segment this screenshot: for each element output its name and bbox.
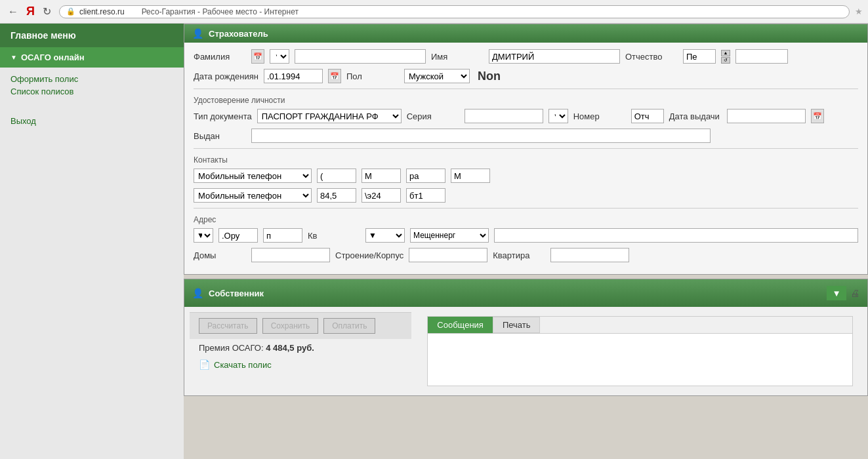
sidebar-links: Оформить полис Список полисов: [0, 68, 184, 103]
bookmark-icon[interactable]: ★: [855, 7, 863, 16]
dob-row: Дата рождениян 📅 Пол Мужской Женский Non: [194, 69, 858, 83]
print-icon-btn[interactable]: 🖨: [850, 283, 859, 303]
browser-chrome: ← Я ↻ 🔒 client.reso.ru Ресо-Гарантия - Р…: [0, 0, 868, 24]
download-link[interactable]: 📄 Скачать полис: [190, 357, 411, 372]
person2-icon: 👤: [192, 288, 203, 298]
document-row: Тип документа ПАСПОРТ ГРАЖДАНИНА РФ Сери…: [194, 109, 858, 123]
sidebar-item-list[interactable]: Список полисов: [10, 87, 173, 96]
save-button[interactable]: Сохранить: [262, 318, 319, 334]
phone2-part3-input[interactable]: [406, 188, 445, 203]
city-select[interactable]: Мещеннерг: [410, 228, 489, 243]
otchestvo-arrows: ▲ ↺: [721, 50, 730, 64]
messages-tab[interactable]: Сообщения: [428, 317, 493, 333]
vydan-label: Выдан: [194, 131, 246, 141]
familiya-select[interactable]: ▼: [270, 49, 289, 64]
pay-button[interactable]: Оплатить: [323, 318, 375, 334]
seriya-select[interactable]: ▼: [548, 109, 568, 123]
sidebar-exit: Выход: [0, 110, 184, 132]
pol-label: Пол: [346, 71, 399, 81]
sidebar: Главное меню ▼ ОСАГО онлайн Оформить пол…: [0, 24, 184, 459]
sobstvennik-section: 👤 Собственник ▼ 🖨 Рассчитать Сохранить О…: [184, 279, 868, 396]
calculate-button[interactable]: Рассчитать: [199, 318, 257, 334]
pdf-icon: 📄: [199, 359, 210, 370]
download-label: Скачать полис: [214, 360, 272, 370]
address-detail-input[interactable]: [494, 228, 858, 243]
address-row2: Домы Строение/Корпус Квартира: [194, 248, 858, 262]
action-buttons: Рассчитать Сохранить Оплатить: [190, 312, 411, 339]
address-street-type-input[interactable]: [218, 228, 258, 243]
phone1-part1-input[interactable]: [362, 169, 401, 183]
tip-label: Тип документа: [194, 111, 252, 121]
phone1-prefix-input[interactable]: [317, 169, 356, 183]
vydan-row: Выдан: [194, 129, 858, 143]
familiya-calendar-btn[interactable]: 📅: [251, 49, 264, 64]
familiya-input[interactable]: [295, 49, 426, 64]
scroll-down-btn[interactable]: ▼: [827, 286, 846, 300]
tip-select[interactable]: ПАСПОРТ ГРАЖДАНИНА РФ: [257, 109, 402, 123]
phone2-row: Мобильный телефон: [194, 188, 858, 203]
phone2-part1-input[interactable]: [317, 188, 356, 203]
phone1-part3-input[interactable]: [451, 169, 490, 183]
name-row: Фамилия 📅 ▼ Имя Отчество ▲ ↺: [194, 49, 858, 64]
exit-link[interactable]: Выход: [10, 116, 36, 126]
sobstvennik-header: 👤 Собственник ▼ 🖨: [184, 279, 867, 307]
kvartira-label: Квартира: [493, 250, 545, 260]
nomer-input[interactable]: [631, 109, 664, 123]
pol-select[interactable]: Мужской Женский: [404, 69, 470, 83]
back-button[interactable]: ←: [5, 5, 21, 19]
otchestvo-down-btn[interactable]: ↺: [721, 57, 730, 64]
vydan-input[interactable]: [251, 129, 711, 143]
strakhovatel-header: 👤 Страхователь: [184, 24, 867, 43]
tab-content: [428, 333, 852, 386]
domy-label: Домы: [194, 250, 246, 260]
phone2-part2-input[interactable]: [362, 188, 401, 203]
data-vydachi-input[interactable]: [727, 109, 806, 123]
kontakty-label: Контакты: [194, 153, 858, 166]
address-bar[interactable]: 🔒 client.reso.ru Ресо-Гарантия - Рабочее…: [59, 5, 850, 18]
familiya-label: Фамилия: [194, 52, 246, 62]
nomer-label: Номер: [573, 111, 626, 121]
address-type-select[interactable]: ▼: [194, 228, 213, 243]
premium-label: Премия ОСАГО:: [199, 343, 264, 353]
arrow-icon: ▼: [10, 54, 17, 61]
otchestvo-up-btn[interactable]: ▲: [721, 50, 730, 56]
osago-menu-item[interactable]: ▼ ОСАГО онлайн: [0, 47, 184, 68]
reload-button[interactable]: ↻: [40, 4, 54, 19]
phone1-type-select[interactable]: Мобильный телефон: [194, 169, 312, 183]
print-tab[interactable]: Печать: [493, 317, 541, 333]
strakhovatel-title: Страхователь: [209, 29, 268, 39]
otchestvo-label: Отчество: [625, 52, 678, 62]
otchestvo-input[interactable]: [683, 49, 716, 64]
kvartira-input[interactable]: [550, 248, 629, 262]
kv-select[interactable]: ▼: [365, 228, 405, 243]
lock-icon: 🔒: [66, 7, 75, 16]
udostoverenie-label: Удостоверение личности: [194, 93, 858, 106]
otchestvo-full-input[interactable]: [735, 49, 788, 64]
stroenie-input[interactable]: [409, 248, 487, 262]
sobstvennik-right: Сообщения Печать: [418, 312, 862, 390]
address-row1: ▼ Кв ▼ Мещеннерг: [194, 228, 858, 243]
non-text-label: Non: [475, 70, 503, 83]
domy-input[interactable]: [251, 248, 330, 262]
imya-input[interactable]: [489, 49, 620, 64]
adres-label: Адрес: [194, 212, 858, 226]
dob-input[interactable]: [264, 69, 323, 83]
browser-logo: Я: [26, 5, 35, 18]
data-vydachi-calendar-btn[interactable]: 📅: [811, 109, 824, 123]
seriya-label: Серия: [407, 111, 459, 121]
phone2-type-select[interactable]: Мобильный телефон: [194, 188, 312, 203]
tabs-header: Сообщения Печать: [428, 317, 852, 333]
strakhovatel-section: 👤 Страхователь Фамилия 📅 ▼ Имя Отчество: [184, 24, 868, 275]
address-street-input[interactable]: [263, 228, 302, 243]
dob-label: Дата рождениян: [194, 71, 258, 81]
seriya-input[interactable]: [465, 109, 543, 123]
dob-calendar-btn[interactable]: 📅: [328, 69, 341, 83]
sidebar-item-register[interactable]: Оформить полис: [10, 74, 173, 84]
main-menu-button[interactable]: Главное меню: [0, 24, 184, 47]
premium-value: 4 484,5 руб.: [266, 343, 314, 353]
premium-text: Премия ОСАГО: 4 484,5 руб.: [190, 339, 411, 357]
sobstvennik-left: Рассчитать Сохранить Оплатить Премия ОСА…: [190, 312, 411, 390]
phone1-part2-input[interactable]: [406, 169, 445, 183]
data-vydachi-label: Дата выдачи: [669, 111, 722, 121]
address-url: client.reso.ru: [79, 7, 125, 16]
